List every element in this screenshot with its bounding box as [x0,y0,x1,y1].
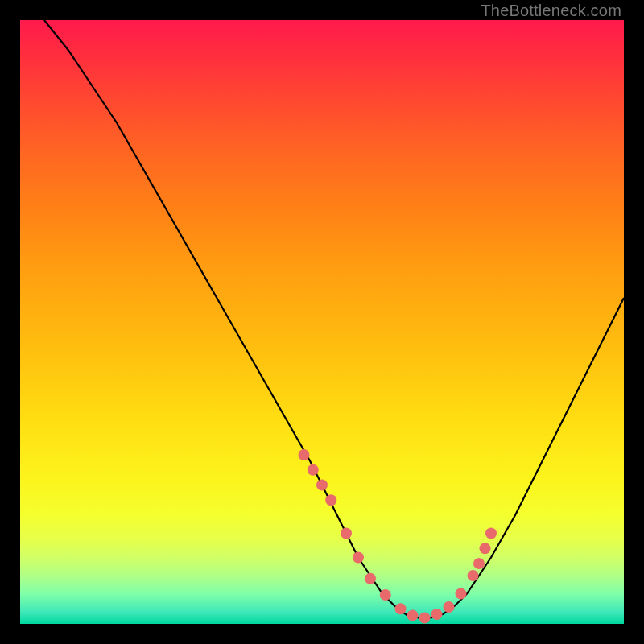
chart-container: TheBottleneck.com [0,0,644,644]
plot-gradient-area [20,20,624,624]
watermark-text: TheBottleneck.com [481,2,621,20]
